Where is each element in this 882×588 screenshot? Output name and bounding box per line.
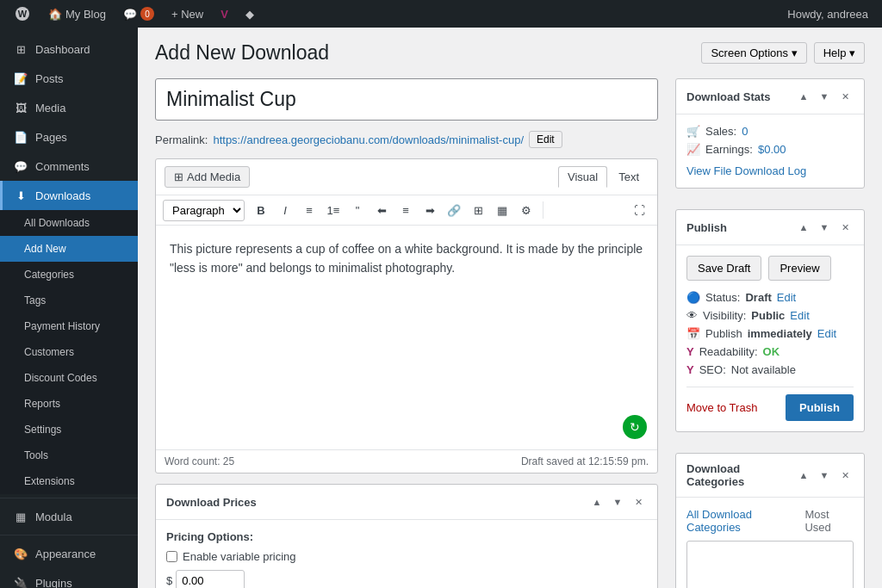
sidebar-item-plugins[interactable]: 🔌 Plugins bbox=[0, 568, 138, 588]
save-draft-button[interactable]: Save Draft bbox=[686, 256, 761, 281]
variable-pricing-checkbox[interactable] bbox=[166, 551, 177, 562]
visibility-value: Public bbox=[751, 309, 785, 322]
comments-item[interactable]: 💬 0 bbox=[116, 0, 161, 28]
sidebar-item-pages[interactable]: 📄 Pages bbox=[0, 122, 138, 152]
yoast-item[interactable]: V bbox=[214, 0, 235, 28]
sidebar-subitem-discount-codes[interactable]: Discount Codes bbox=[0, 365, 138, 391]
sidebar-subitem-all-downloads[interactable]: All Downloads bbox=[0, 210, 138, 236]
diamond-item[interactable]: ◆ bbox=[239, 0, 261, 28]
categories-down-btn[interactable]: ▼ bbox=[816, 467, 833, 484]
categories-content: All Download Categories Most Used + Add … bbox=[676, 498, 864, 588]
post-title-input[interactable] bbox=[155, 78, 658, 121]
status-edit-link[interactable]: Edit bbox=[777, 291, 796, 304]
sidebar-item-media[interactable]: 🖼 Media bbox=[0, 93, 138, 122]
grid-button[interactable]: ▦ bbox=[491, 199, 513, 221]
table-button[interactable]: ⊞ bbox=[467, 199, 489, 221]
sidebar-item-modula[interactable]: ▦ Modula bbox=[0, 502, 138, 531]
sidebar-item-downloads[interactable]: ⬇ Downloads bbox=[0, 181, 138, 210]
italic-button[interactable]: I bbox=[274, 199, 296, 221]
sidebar-subitem-extensions[interactable]: Extensions bbox=[0, 468, 138, 494]
fullscreen-button[interactable]: ⛶ bbox=[628, 199, 650, 221]
earnings-link[interactable]: $0.00 bbox=[758, 143, 786, 156]
sidebar-item-posts[interactable]: 📝 Posts bbox=[0, 64, 138, 93]
cart-icon: 🛒 bbox=[686, 125, 700, 138]
stats-header[interactable]: Download Stats ▲ ▼ ✕ bbox=[676, 79, 864, 115]
text-tab[interactable]: Text bbox=[609, 166, 649, 188]
howdy-item[interactable]: Howdy, andreea bbox=[780, 0, 875, 28]
bold-button[interactable]: B bbox=[250, 199, 272, 221]
categories-close-btn[interactable]: ✕ bbox=[836, 467, 854, 484]
currency-symbol: $ bbox=[166, 574, 172, 587]
close-metabox-button[interactable]: ✕ bbox=[630, 493, 647, 511]
link-button[interactable]: 🔗 bbox=[443, 199, 465, 221]
view-log-link[interactable]: View File Download Log bbox=[686, 164, 806, 177]
publish-header[interactable]: Publish ▲ ▼ ✕ bbox=[676, 210, 864, 245]
sidebar-divider2 bbox=[0, 535, 138, 535]
sidebar-subitem-add-new[interactable]: Add New bbox=[0, 236, 138, 262]
sales-link[interactable]: 0 bbox=[742, 125, 748, 138]
price-input[interactable] bbox=[176, 570, 245, 588]
wp-logo-icon: W bbox=[14, 5, 31, 22]
collapse-down-button[interactable]: ▼ bbox=[609, 493, 626, 511]
collapse-up-button[interactable]: ▲ bbox=[588, 493, 606, 511]
publish-button[interactable]: Publish bbox=[786, 394, 854, 421]
sidebar-item-appearance[interactable]: 🎨 Appearance bbox=[0, 539, 138, 568]
preview-button[interactable]: Preview bbox=[768, 256, 830, 281]
stats-down-btn[interactable]: ▼ bbox=[816, 88, 833, 105]
stats-up-btn[interactable]: ▲ bbox=[795, 88, 812, 105]
variable-pricing-label[interactable]: Enable variable pricing bbox=[183, 550, 296, 563]
media-add-icon: ⊞ bbox=[174, 170, 183, 183]
visual-tab[interactable]: Visual bbox=[558, 166, 607, 188]
publish-actions: Save Draft Preview bbox=[686, 256, 854, 281]
new-item[interactable]: + New bbox=[165, 0, 210, 28]
visibility-edit-link[interactable]: Edit bbox=[790, 309, 809, 322]
stats-content: 🛒 Sales: 0 📈 Earnings: $0.00 View File D… bbox=[676, 115, 864, 188]
wp-logo-item[interactable]: W bbox=[7, 0, 38, 28]
publish-down-btn[interactable]: ▼ bbox=[816, 219, 833, 236]
ordered-list-button[interactable]: 1≡ bbox=[322, 199, 345, 221]
add-media-button[interactable]: ⊞ Add Media bbox=[165, 166, 250, 188]
settings-format-button[interactable]: ⚙ bbox=[515, 199, 537, 221]
sidebar-item-dashboard[interactable]: ⊞ Dashboard bbox=[0, 34, 138, 64]
permalink-link[interactable]: https://andreea.georgeciobanu.com/downlo… bbox=[213, 133, 524, 146]
status-row: 🔵 Status: Draft Edit bbox=[686, 291, 854, 304]
align-left-button[interactable]: ⬅ bbox=[370, 199, 393, 221]
sales-row: 🛒 Sales: 0 bbox=[686, 125, 854, 138]
site-name-item[interactable]: 🏠 My Blog bbox=[41, 0, 113, 28]
status-value: Draft bbox=[745, 291, 771, 304]
visibility-icon: 👁 bbox=[686, 309, 698, 322]
publish-up-btn[interactable]: ▲ bbox=[795, 219, 812, 236]
sidebar-subitem-categories[interactable]: Categories bbox=[0, 262, 138, 288]
refresh-button[interactable]: ↻ bbox=[623, 415, 647, 439]
sidebar-subitem-customers[interactable]: Customers bbox=[0, 339, 138, 365]
move-trash-link[interactable]: Move to Trash bbox=[686, 401, 757, 414]
align-center-button[interactable]: ≡ bbox=[394, 199, 417, 221]
schedule-edit-link[interactable]: Edit bbox=[817, 327, 836, 340]
blockquote-button[interactable]: " bbox=[346, 199, 369, 221]
word-count-label: Word count: 25 bbox=[165, 455, 234, 467]
sidebar-subitem-reports[interactable]: Reports bbox=[0, 391, 138, 417]
download-prices-header[interactable]: Download Prices ▲ ▼ ✕ bbox=[156, 485, 657, 520]
permalink-edit-button[interactable]: Edit bbox=[529, 131, 562, 148]
sidebar-subitem-settings[interactable]: Settings bbox=[0, 417, 138, 443]
screen-options-button[interactable]: Screen Options ▾ bbox=[701, 42, 806, 64]
sidebar-item-comments[interactable]: 💬 Comments bbox=[0, 152, 138, 181]
all-categories-tab[interactable]: All Download Categories bbox=[686, 508, 798, 534]
stats-close-btn[interactable]: ✕ bbox=[836, 88, 854, 105]
publish-timing: immediately bbox=[748, 327, 812, 340]
publish-close-btn[interactable]: ✕ bbox=[836, 219, 854, 236]
sidebar-subitem-tools[interactable]: Tools bbox=[0, 443, 138, 468]
unordered-list-button[interactable]: ≡ bbox=[298, 199, 320, 221]
categories-list-box[interactable] bbox=[686, 541, 854, 588]
most-used-tab[interactable]: Most Used bbox=[804, 508, 854, 534]
editor-content[interactable]: This picture represents a cup of coffee … bbox=[156, 226, 657, 449]
paragraph-select[interactable]: Paragraph bbox=[163, 200, 245, 221]
category-tabs: All Download Categories Most Used bbox=[686, 508, 854, 534]
svg-text:W: W bbox=[18, 9, 28, 19]
sidebar-subitem-tags[interactable]: Tags bbox=[0, 288, 138, 313]
align-right-button[interactable]: ➡ bbox=[419, 199, 441, 221]
categories-header[interactable]: Download Categories ▲ ▼ ✕ bbox=[676, 454, 864, 498]
sidebar-subitem-payment-history[interactable]: Payment History bbox=[0, 313, 138, 339]
help-button[interactable]: Help ▾ bbox=[814, 42, 865, 64]
categories-up-btn[interactable]: ▲ bbox=[795, 467, 812, 484]
